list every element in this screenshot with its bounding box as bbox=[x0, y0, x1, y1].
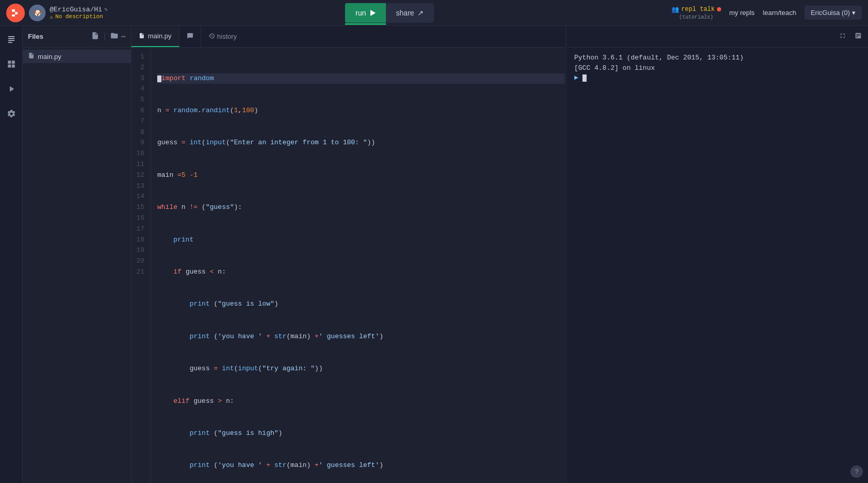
sidebar-item-run[interactable] bbox=[3, 81, 20, 97]
code-content[interactable]: import random n = random.randint(1,100) … bbox=[151, 48, 565, 483]
code-line-6: print bbox=[157, 235, 565, 246]
tab-main-py-label: main.py bbox=[148, 32, 172, 40]
terminal-line-python-version: Python 3.6.1 (default, Dec 2015, 13:05:1… bbox=[574, 53, 862, 63]
logo-area: 🐶 @EricGuisa/Hi ✎ ⚠️ No description bbox=[6, 4, 108, 22]
files-header: Files | ⋯ bbox=[23, 26, 131, 48]
sidebar-icons bbox=[0, 26, 23, 483]
svg-rect-3 bbox=[11, 61, 14, 64]
code-area: main.py history 1234 bbox=[131, 26, 565, 483]
tab-comment[interactable] bbox=[179, 26, 201, 47]
file-item-main-py[interactable]: main.py bbox=[23, 50, 131, 63]
run-button[interactable]: run bbox=[345, 3, 385, 23]
nav-right: 👥 repl talk (tutorials) my repls learn/t… bbox=[671, 6, 862, 20]
avatar[interactable]: 🐶 bbox=[29, 5, 46, 21]
svg-text:🐶: 🐶 bbox=[33, 9, 42, 18]
svg-rect-2 bbox=[8, 61, 11, 64]
user-info: @EricGuisa/Hi ✎ ⚠️ No description bbox=[50, 6, 108, 20]
repl-talk-sub: (tutorials) bbox=[679, 14, 713, 20]
run-label: run bbox=[355, 9, 366, 17]
share-icon: ↗ bbox=[417, 9, 424, 17]
warning-icon: ⚠️ bbox=[50, 13, 53, 20]
code-line-2: n = random.randint(1,100) bbox=[157, 105, 565, 116]
more-options-button[interactable]: ⋯ bbox=[122, 32, 126, 41]
terminal-header bbox=[568, 26, 868, 48]
notification-dot bbox=[717, 7, 721, 11]
learn-teach-link[interactable]: learn/teach bbox=[763, 9, 796, 17]
add-file-button[interactable] bbox=[91, 32, 99, 42]
dropdown-chevron-icon: ▾ bbox=[852, 9, 856, 17]
comment-icon bbox=[187, 33, 193, 41]
my-repls-link[interactable]: my repls bbox=[729, 9, 755, 17]
terminal-cursor bbox=[582, 74, 587, 82]
history-label: history bbox=[217, 33, 237, 40]
code-editor[interactable]: 12345 678910 1112131415 1617181920 21 im… bbox=[131, 48, 565, 483]
terminal-line-gcc-info: [GCC 4.8.2] on linux bbox=[574, 63, 862, 73]
terminal-prompt: ► bbox=[574, 74, 582, 82]
user-title: @EricGuisa/Hi ✎ bbox=[50, 6, 108, 13]
code-line-5: while n != ("guess"): bbox=[157, 202, 565, 213]
code-line-13: print ('you have ' + str(main) +' guesse… bbox=[157, 460, 565, 471]
files-actions: | ⋯ bbox=[91, 32, 126, 42]
sidebar-item-files[interactable] bbox=[3, 31, 20, 48]
code-line-1: import random bbox=[157, 73, 565, 84]
code-line-7: if guess < n: bbox=[157, 267, 565, 278]
username-label: @EricGuisa/Hi bbox=[50, 6, 102, 13]
code-line-4: main =5 -1 bbox=[157, 170, 565, 181]
files-panel: Files | ⋯ bbox=[23, 26, 131, 483]
top-nav: 🐶 @EricGuisa/Hi ✎ ⚠️ No description run … bbox=[0, 0, 868, 26]
code-line-8: print ("guess is low") bbox=[157, 299, 565, 310]
svg-rect-4 bbox=[8, 65, 11, 68]
no-description: ⚠️ No description bbox=[50, 13, 108, 20]
tab-main-py[interactable]: main.py bbox=[131, 26, 179, 47]
help-button[interactable]: ? bbox=[850, 465, 863, 478]
terminal-content[interactable]: Python 3.6.1 (default, Dec 2015, 13:05:1… bbox=[568, 48, 868, 483]
terminal-toggle-button[interactable] bbox=[852, 30, 864, 43]
tab-history[interactable]: history bbox=[201, 26, 244, 47]
files-title: Files bbox=[28, 33, 43, 40]
code-line-10: guess = int(input("try again: ")) bbox=[157, 364, 565, 374]
user-menu-button[interactable]: EricGuisa (0) ▾ bbox=[804, 6, 862, 20]
edit-icon[interactable]: ✎ bbox=[104, 6, 108, 13]
separator: | bbox=[102, 33, 107, 41]
add-folder-button[interactable] bbox=[110, 32, 118, 42]
share-label: share bbox=[396, 9, 414, 17]
terminal-expand-button[interactable] bbox=[837, 30, 848, 43]
vertical-divider[interactable] bbox=[565, 26, 568, 483]
user-label: EricGuisa (0) bbox=[811, 9, 850, 17]
tabs-bar: main.py history bbox=[131, 26, 565, 48]
main-content: Files | ⋯ bbox=[0, 26, 868, 483]
repl-talk-button[interactable]: 👥 repl talk (tutorials) bbox=[671, 6, 721, 20]
code-line-12: print ("guess is high") bbox=[157, 428, 565, 439]
line-numbers: 12345 678910 1112131415 1617181920 21 bbox=[131, 48, 151, 483]
code-line-9: print ('you have ' + str(main) +' guesse… bbox=[157, 331, 565, 342]
file-tab-icon bbox=[139, 33, 145, 40]
terminal-area: Python 3.6.1 (default, Dec 2015, 13:05:1… bbox=[568, 26, 868, 483]
replit-logo[interactable] bbox=[6, 4, 25, 22]
users-icon: 👥 bbox=[671, 6, 679, 13]
play-icon bbox=[370, 10, 376, 16]
share-button[interactable]: share ↗ bbox=[386, 3, 434, 23]
code-line-3: guess = int(input("Enter an integer from… bbox=[157, 138, 565, 148]
history-icon bbox=[208, 33, 215, 41]
repl-talk-top: 👥 repl talk bbox=[671, 6, 721, 13]
run-share-area: run share ↗ bbox=[116, 3, 663, 23]
code-line-11: elif guess > n: bbox=[157, 396, 565, 407]
sidebar-item-settings[interactable] bbox=[3, 105, 20, 122]
file-list: main.py bbox=[23, 48, 131, 65]
sidebar-item-packages[interactable] bbox=[3, 56, 20, 72]
repl-talk-label: repl talk bbox=[681, 6, 715, 13]
file-icon bbox=[28, 52, 35, 61]
terminal-prompt-line: ► bbox=[574, 73, 862, 83]
file-name: main.py bbox=[38, 53, 62, 61]
svg-rect-5 bbox=[11, 65, 14, 68]
